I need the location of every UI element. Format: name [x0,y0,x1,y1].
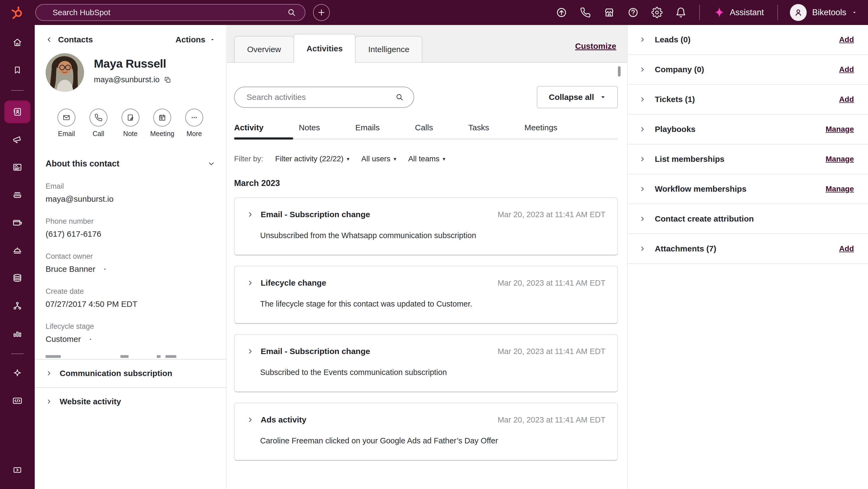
chevron-right-icon[interactable] [639,246,646,252]
expand-panel-icon[interactable] [8,461,27,479]
tab-overview[interactable]: Overview [234,36,294,62]
meeting-quick-action[interactable]: Meeting [147,109,177,138]
more-quick-action[interactable]: More [179,109,209,138]
subtab-tasks[interactable]: Tasks [468,123,489,132]
activity-title[interactable]: Lifecycle change [261,278,326,288]
field-value[interactable]: maya@sunburst.io [45,194,114,204]
dropdown-caret-icon[interactable] [103,267,107,271]
chevron-right-icon[interactable] [639,215,646,222]
filter-users-dropdown[interactable]: All users▾ [361,154,396,163]
email-quick-action[interactable]: Email [52,109,82,138]
add-link[interactable]: Add [839,35,854,44]
service-icon[interactable] [8,241,27,260]
chevron-right-icon[interactable] [639,66,646,73]
chevron-right-icon[interactable] [247,211,254,218]
settings-icon[interactable] [645,4,669,21]
add-link[interactable]: Add [839,244,854,253]
manage-link[interactable]: Manage [826,155,854,164]
field-label: Phone number [45,217,215,226]
notifications-icon[interactable] [669,4,693,21]
ai-icon[interactable] [8,364,27,382]
commerce-icon[interactable] [8,186,27,204]
reporting-icon[interactable] [8,324,27,343]
search-icon [395,93,404,102]
left-nav-rail [0,25,35,489]
chevron-right-icon[interactable] [247,279,254,286]
filter-row: Filter by: Filter activity (22/22)▾ All … [234,154,618,163]
field-value[interactable]: Bruce Banner [45,264,95,274]
contact-email[interactable]: maya@sunburst.io [94,75,159,84]
help-icon[interactable] [621,4,645,21]
field-lifecycle-stage: Lifecycle stage Customer [45,322,215,344]
section-toggle[interactable]: Communication subscription [35,359,226,387]
account-menu[interactable]: Biketools [784,4,857,21]
tab-intelligence[interactable]: Intelligence [355,36,422,62]
filter-activity-dropdown[interactable]: Filter activity (22/22)▾ [275,154,349,163]
create-button[interactable] [313,4,330,21]
chevron-right-icon[interactable] [247,348,254,355]
manage-link[interactable]: Manage [826,125,854,134]
automations-icon[interactable] [8,296,27,315]
actions-label: Actions [176,35,205,44]
calling-icon[interactable] [574,4,597,21]
filter-teams-dropdown[interactable]: All teams▾ [408,154,445,163]
assistant-button[interactable]: Assistant [706,5,771,20]
field-value[interactable]: (617) 617-6176 [45,229,101,239]
actions-dropdown[interactable]: Actions [176,35,215,44]
contact-summary-panel: Contacts Actions [35,25,226,489]
chevron-right-icon[interactable] [639,126,646,133]
chevron-right-icon[interactable] [639,96,646,103]
home-icon[interactable] [8,33,27,52]
search-icon[interactable] [287,8,296,17]
marketplace-icon[interactable] [597,4,621,21]
caret-down-icon: ▾ [443,156,445,162]
add-link[interactable]: Add [839,65,854,74]
note-quick-action[interactable]: Note [116,109,145,138]
month-header: March 2023 [234,178,618,188]
chevron-right-icon[interactable] [639,36,646,43]
subtab-emails[interactable]: Emails [355,123,380,132]
subtab-calls[interactable]: Calls [415,123,433,132]
contacts-icon[interactable] [4,100,30,123]
about-this-contact-section: About this contact Email maya@sunburst.i… [35,159,226,344]
developer-icon[interactable] [8,392,27,410]
filter-users-label: All users [361,154,390,163]
global-search-input[interactable] [36,5,305,20]
field-value[interactable]: 07/27/2017 4:50 PM EDT [45,299,137,309]
chevron-down-icon[interactable] [208,160,215,168]
content-icon[interactable] [8,158,27,176]
subtab-notes[interactable]: Notes [299,123,320,132]
back-to-contacts-link[interactable]: Contacts [45,35,93,44]
activity-card: Email - Subscription change Mar 20, 2023… [234,197,618,256]
chevron-right-icon[interactable] [247,416,254,423]
customize-link[interactable]: Customize [575,41,616,51]
marketing-icon[interactable] [8,130,27,149]
hubspot-logo-icon[interactable] [9,5,24,20]
scrollbar-thumb[interactable] [618,66,621,77]
copy-icon[interactable] [164,76,172,84]
section-toggle[interactable]: Website activity [35,388,226,415]
activity-timestamp: Mar 20, 2023 at 11:41 AM EDT [497,347,606,356]
panel-row-label: Leads (0) [655,35,691,44]
activity-title[interactable]: Email - Subscription change [261,210,370,219]
panel-row-label: Playbooks [655,125,695,134]
bookmarks-icon[interactable] [8,61,27,79]
subtab-activity[interactable]: Activity [234,123,264,132]
field-value[interactable]: Customer [45,335,81,344]
activity-title[interactable]: Ads activity [261,415,306,424]
dropdown-caret-icon[interactable] [88,337,93,341]
add-link[interactable]: Add [839,95,854,104]
data-icon[interactable] [8,269,27,287]
activity-search-input[interactable] [235,87,414,107]
quick-action-label: Note [123,130,137,138]
subtab-meetings[interactable]: Meetings [524,123,557,132]
chevron-right-icon[interactable] [639,186,646,192]
payments-icon[interactable] [8,213,27,232]
tab-activities[interactable]: Activities [293,34,355,63]
call-quick-action[interactable]: Call [84,109,113,138]
activity-title[interactable]: Email - Subscription change [261,347,370,356]
manage-link[interactable]: Manage [826,184,854,193]
upgrade-icon[interactable] [550,4,574,21]
chevron-right-icon[interactable] [639,156,646,162]
collapse-all-button[interactable]: Collapse all [537,86,618,108]
